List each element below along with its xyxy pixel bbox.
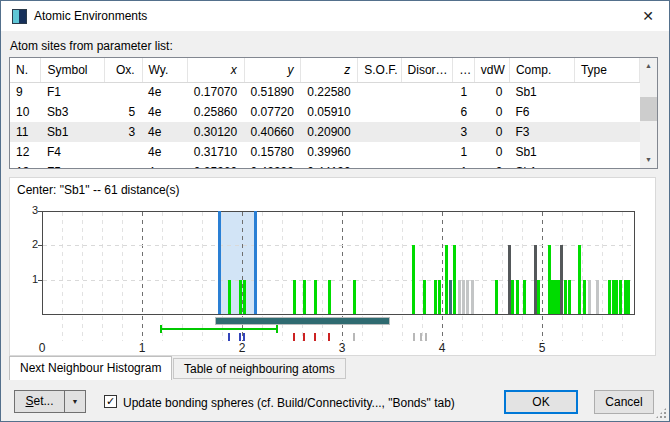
gridline-vertical (202, 212, 203, 341)
column-header-vdw[interactable]: vdW (474, 58, 509, 82)
table-row[interactable]: 10Sb354e0.258600.077200.0591060F6 (10, 102, 640, 122)
histogram-bar[interactable] (243, 280, 246, 314)
cell: 3 (453, 122, 475, 142)
table-row[interactable]: 12F44e0.317100.157800.3996010Sb1 (10, 142, 640, 162)
column-header-sof[interactable]: S.O.F. (358, 58, 401, 82)
table-scrollbar[interactable]: ▲ ▼ (640, 58, 657, 168)
column-header-type[interactable]: Type (574, 58, 639, 82)
column-header-x[interactable]: x (187, 58, 244, 82)
selection-boundary-line[interactable] (218, 211, 221, 314)
column-header-[interactable]: … (453, 58, 475, 82)
gridline-vertical (402, 212, 403, 341)
histogram-bar[interactable] (445, 245, 448, 314)
next-neighbour-histogram[interactable]: 123012345 (10, 178, 655, 355)
histogram-bar[interactable] (495, 280, 498, 314)
gridline-vertical (502, 212, 503, 341)
cell: Sb3 (41, 102, 105, 122)
histogram-bar[interactable] (314, 280, 317, 314)
update-bonding-spheres-checkbox[interactable]: ✓ (104, 395, 117, 408)
gridline-horizontal (43, 280, 634, 281)
cell: 0.40660 (244, 122, 301, 142)
histogram-bar[interactable] (588, 280, 591, 314)
histogram-bar[interactable] (619, 280, 622, 314)
histogram-bar[interactable] (449, 280, 452, 314)
column-header-y[interactable]: y (244, 58, 301, 82)
histogram-bar[interactable] (353, 280, 356, 314)
chevron-down-icon[interactable]: ▼ (64, 391, 85, 412)
scroll-up-icon[interactable]: ▲ (640, 58, 657, 74)
selected-range-line[interactable] (161, 328, 277, 330)
histogram-bar[interactable] (412, 245, 415, 314)
histogram-bar[interactable] (564, 280, 567, 314)
cell: 4e (142, 82, 187, 102)
histogram-bar[interactable] (466, 280, 469, 314)
tab-table-of-neighbouring-atoms[interactable]: Table of neighbouring atoms (173, 358, 346, 379)
column-header-wy[interactable]: Wy. (142, 58, 187, 82)
table-row[interactable]: 11Sb134e0.301200.406600.2090030F3 (10, 122, 640, 142)
histogram-bar[interactable] (303, 280, 306, 314)
histogram-bar[interactable] (615, 280, 618, 314)
cell: 0.20900 (301, 122, 358, 142)
histogram-bar[interactable] (560, 245, 563, 314)
histogram-bar[interactable] (578, 245, 581, 314)
column-header-symbol[interactable]: Symbol (41, 58, 105, 82)
histogram-bar[interactable] (434, 280, 437, 314)
table-body: 9F14e0.170700.518900.2258010Sb110Sb354e0… (10, 82, 640, 169)
histogram-bar[interactable] (568, 280, 571, 314)
column-header-ox[interactable]: Ox. (105, 58, 142, 82)
bonding-sphere-range-bar[interactable] (215, 317, 390, 325)
app-icon (12, 9, 27, 24)
gridline-vertical (482, 212, 483, 341)
selection-region[interactable] (219, 211, 255, 314)
column-header-z[interactable]: z (301, 58, 358, 82)
histogram-bar[interactable] (471, 280, 474, 314)
scrollbar-thumb[interactable] (640, 97, 657, 121)
cell (358, 142, 401, 162)
histogram-bar[interactable] (438, 280, 441, 314)
cell (401, 162, 453, 169)
cell: F5 (41, 162, 105, 169)
histogram-bar[interactable] (458, 280, 461, 314)
close-icon[interactable]: ✕ (635, 6, 661, 26)
histogram-bar[interactable] (511, 280, 514, 314)
histogram-bar[interactable] (453, 245, 456, 314)
scroll-down-icon[interactable]: ▼ (640, 152, 657, 168)
histogram-bar[interactable] (239, 280, 242, 314)
cell: 4e (142, 122, 187, 142)
histogram-bar[interactable] (537, 280, 540, 314)
ok-button[interactable]: OK (504, 390, 578, 414)
cell (105, 162, 142, 169)
column-header-comp[interactable]: Comp. (509, 58, 574, 82)
cell: 0.15780 (244, 142, 301, 162)
gridline-vertical (542, 212, 543, 341)
column-header-disor[interactable]: Disor… (401, 58, 453, 82)
selection-boundary-line[interactable] (254, 211, 257, 314)
tab-next-neighbour-histogram[interactable]: Next Neighbour Histogram (9, 356, 172, 380)
histogram-panel: Center: "Sb1" -- 61 distance(s) 12301234… (9, 177, 656, 356)
cell: 0.25860 (187, 102, 244, 122)
table-row[interactable]: 9F14e0.170700.518900.2258010Sb1 (10, 82, 640, 102)
resize-grip[interactable] (655, 407, 667, 419)
histogram-bar[interactable] (523, 280, 526, 314)
cell (105, 82, 142, 102)
histogram-bar[interactable] (608, 280, 611, 314)
x-axis-tick-label: 1 (132, 341, 152, 355)
gridline-vertical (602, 212, 603, 341)
cell: 0.30120 (187, 122, 244, 142)
histogram-bar[interactable] (583, 280, 586, 314)
column-header-n[interactable]: N. (10, 58, 41, 82)
cell: Sb1 (509, 162, 574, 169)
table-row[interactable]: 13F54e0.259600.429900.4419010Sb1 (10, 162, 640, 169)
histogram-bar[interactable] (627, 280, 630, 314)
histogram-bar[interactable] (293, 280, 296, 314)
histogram-bar[interactable] (328, 280, 331, 314)
histogram-bar[interactable] (462, 280, 465, 314)
cell: 0.17070 (187, 82, 244, 102)
histogram-bar[interactable] (596, 280, 599, 314)
histogram-bar[interactable] (423, 280, 426, 314)
x-axis-tick-label: 4 (432, 341, 452, 355)
set-button[interactable]: Set... ▼ (14, 390, 86, 413)
histogram-bar[interactable] (228, 280, 231, 314)
cancel-button[interactable]: Cancel (594, 390, 654, 414)
histogram-bar[interactable] (516, 280, 519, 314)
